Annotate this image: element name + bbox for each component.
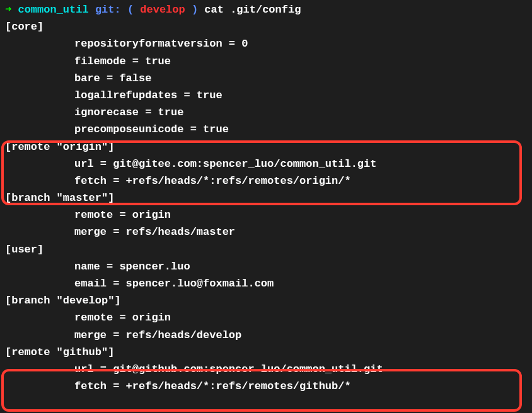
- section-core: [core]: [5, 18, 527, 35]
- branch-name: develop: [140, 4, 185, 16]
- command-text: cat .git/config: [204, 4, 301, 16]
- user-name: name = spencer.luo: [5, 258, 527, 275]
- section-remote-github: [remote "github"]: [5, 344, 527, 361]
- git-label: git:: [95, 4, 121, 16]
- user-email: email = spencer.luo@foxmail.com: [5, 275, 527, 292]
- section-remote-origin: [remote "origin"]: [5, 139, 527, 156]
- prompt-arrow: ➜: [5, 4, 11, 16]
- section-user: [user]: [5, 241, 527, 258]
- remote-origin-fetch: fetch = +refs/heads/*:refs/remotes/origi…: [5, 173, 527, 190]
- prompt-line: ➜ common_util git: ( develop ) cat .git/…: [5, 1, 527, 18]
- branch-master-merge: merge = refs/heads/master: [5, 223, 527, 240]
- remote-github-url: url = git@github.com:spencer-luo/common_…: [5, 361, 527, 378]
- paren-open: (: [127, 4, 134, 16]
- section-branch-develop: [branch "develop"]: [5, 292, 527, 309]
- core-repoversion: repositoryformatversion = 0: [5, 35, 527, 52]
- section-branch-master: [branch "master"]: [5, 190, 527, 206]
- core-precompose: precomposeunicode = true: [5, 121, 527, 138]
- branch-develop-remote: remote = origin: [5, 309, 527, 326]
- branch-develop-merge: merge = refs/heads/develop: [5, 327, 527, 344]
- branch-master-remote: remote = origin: [5, 206, 527, 223]
- repo-name: common_util: [18, 4, 88, 16]
- remote-github-fetch: fetch = +refs/heads/*:refs/remotes/githu…: [5, 378, 527, 395]
- paren-close: ): [192, 4, 198, 16]
- core-ignorecase: ignorecase = true: [5, 104, 527, 121]
- remote-origin-url: url = git@gitee.com:spencer_luo/common_u…: [5, 156, 527, 173]
- core-logallref: logallrefupdates = true: [5, 87, 527, 104]
- core-bare: bare = false: [5, 70, 527, 87]
- terminal-output[interactable]: ➜ common_util git: ( develop ) cat .git/…: [5, 1, 527, 395]
- core-filemode: filemode = true: [5, 53, 527, 70]
